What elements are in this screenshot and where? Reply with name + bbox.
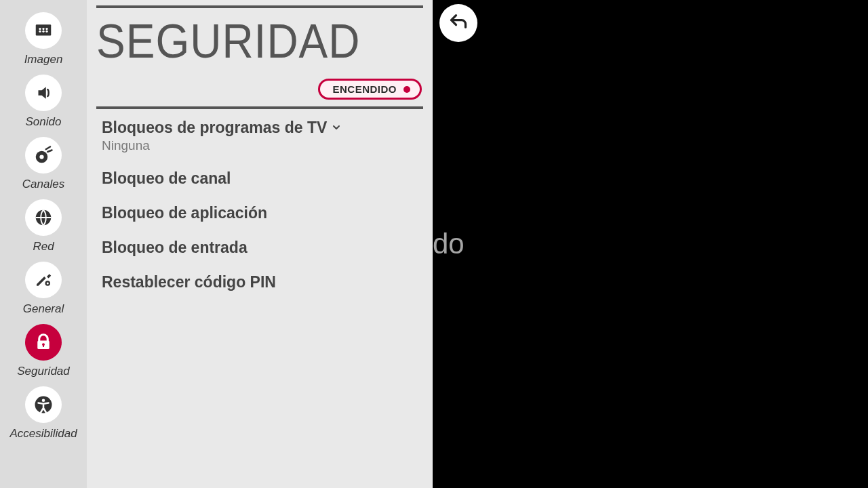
sidebar-item-accesibilidad[interactable]: Accesibilidad	[9, 386, 77, 441]
chevron-down-icon	[331, 119, 342, 137]
svg-rect-14	[43, 344, 44, 347]
svg-point-3	[45, 28, 47, 30]
back-button[interactable]	[439, 4, 477, 42]
item-title-text: Bloqueo de entrada	[102, 239, 248, 257]
svg-point-2	[42, 28, 44, 30]
settings-panel: SEGURIDAD ENCENDIDO Bloqueos de programa…	[87, 0, 433, 488]
toggle-indicator-icon	[403, 86, 410, 93]
content-area: do	[433, 0, 868, 488]
channels-icon	[25, 137, 62, 174]
page-title: SEGURIDAD	[96, 14, 423, 68]
item-title-text: Bloqueos de programas de TV	[102, 119, 327, 137]
item-channel-lock[interactable]: Bloqueo de canal	[96, 160, 423, 195]
sidebar-item-label: Seguridad	[17, 365, 70, 378]
sidebar-item-canales[interactable]: Canales	[22, 137, 64, 191]
svg-point-11	[47, 283, 49, 285]
svg-point-4	[39, 30, 41, 33]
sidebar-item-label: Imagen	[24, 53, 63, 66]
item-sub-text: Ninguna	[102, 138, 418, 153]
svg-point-16	[42, 399, 45, 403]
divider	[96, 5, 423, 8]
item-title-text: Bloqueo de canal	[102, 169, 231, 188]
accessibility-icon	[25, 386, 62, 423]
sidebar-item-seguridad[interactable]: Seguridad	[17, 324, 70, 378]
background-text: do	[433, 228, 465, 260]
item-app-lock[interactable]: Bloqueo de aplicación	[96, 195, 423, 229]
sidebar-item-red[interactable]: Red	[25, 199, 62, 253]
sound-icon	[25, 75, 62, 111]
sidebar-item-sonido[interactable]: Sonido	[25, 75, 62, 129]
item-title-text: Bloqueo de aplicación	[102, 204, 267, 222]
svg-point-8	[39, 155, 43, 159]
image-icon	[25, 12, 62, 49]
item-input-lock[interactable]: Bloqueo de entrada	[96, 229, 423, 264]
sidebar: Imagen Sonido Canales Red General Seguri…	[0, 0, 87, 488]
general-icon	[25, 262, 62, 298]
sidebar-item-label: Sonido	[26, 115, 62, 129]
svg-point-1	[39, 28, 41, 30]
item-tv-program-locks[interactable]: Bloqueos de programas de TV Ninguna	[96, 109, 423, 160]
network-icon	[25, 199, 62, 236]
sidebar-item-label: Accesibilidad	[9, 427, 77, 441]
sidebar-item-label: General	[23, 302, 64, 316]
sidebar-item-imagen[interactable]: Imagen	[24, 12, 63, 66]
item-title-text: Restablecer código PIN	[102, 273, 276, 291]
sidebar-item-general[interactable]: General	[23, 262, 64, 316]
lock-icon	[25, 324, 62, 361]
toggle-label: ENCENDIDO	[332, 83, 397, 95]
sidebar-item-label: Canales	[22, 178, 64, 191]
svg-rect-0	[36, 24, 52, 35]
svg-point-6	[45, 30, 47, 33]
back-arrow-icon	[449, 12, 468, 34]
security-toggle[interactable]: ENCENDIDO	[318, 79, 422, 100]
sidebar-item-label: Red	[33, 240, 54, 253]
item-reset-pin[interactable]: Restablecer código PIN	[96, 264, 423, 298]
svg-point-5	[42, 30, 44, 33]
